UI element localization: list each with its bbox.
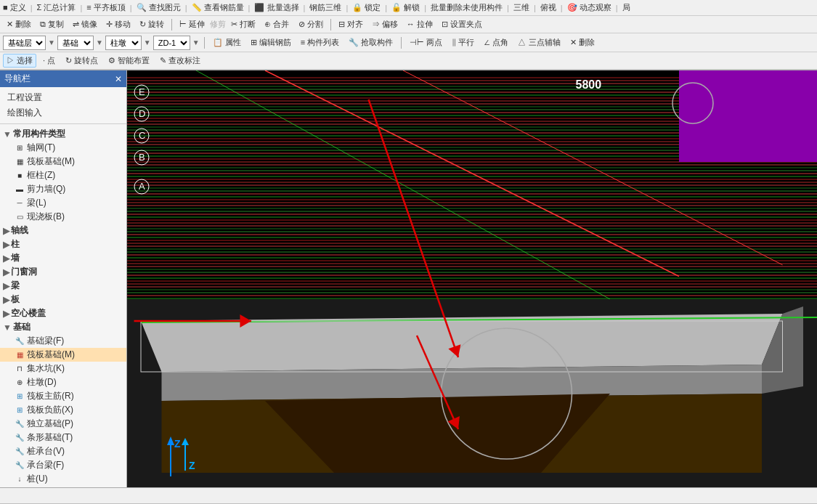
main-canvas[interactable] xyxy=(127,70,817,487)
menu-batch-select[interactable]: ⬛ 批量选择 xyxy=(254,2,298,13)
menu-top-view[interactable]: 俯视 xyxy=(540,2,556,13)
label-axis-section: 轴线 xyxy=(11,224,28,237)
btn-rotate-point[interactable]: ↻ 旋转点 xyxy=(62,54,102,68)
btn-parallel[interactable]: ∥ 平行 xyxy=(448,36,478,49)
btn-join[interactable]: ⊕ 合并 xyxy=(261,17,293,31)
tree-label-beam: 梁(L) xyxy=(27,197,46,209)
btn-set-grip[interactable]: ⊡ 设置夹点 xyxy=(438,17,486,31)
tb-sep4: | xyxy=(185,4,187,12)
tree-section-axis[interactable]: ▶ 轴线 xyxy=(0,224,126,237)
tb-sep3: | xyxy=(130,4,132,12)
btn-mirror[interactable]: ⇌ 镜像 xyxy=(69,17,101,31)
beam-icon: ─ xyxy=(15,198,25,208)
btn-select[interactable]: ▷ 选择 xyxy=(3,54,36,68)
tree-section-board[interactable]: ▶ 板 xyxy=(0,293,126,306)
sidebar-title: 导航栏 xyxy=(4,73,31,85)
tree-item-pile[interactable]: ↓ 桩(U) xyxy=(0,472,126,486)
tree-item-strip-foundation[interactable]: 🔧 条形基础(T) xyxy=(0,431,126,444)
btn-offset[interactable]: ⇒ 偏移 xyxy=(368,17,402,31)
btn-delete[interactable]: ✕ 删除 xyxy=(3,17,35,31)
svg-marker-1 xyxy=(182,438,189,445)
tree-item-cap-beam[interactable]: 🔧 承台梁(F) xyxy=(0,458,126,472)
tree-section-wall[interactable]: ▶ 墙 xyxy=(0,251,126,265)
column-select[interactable]: 柱墩 xyxy=(105,36,142,50)
tree-item-foundation-beam[interactable]: 🔧 基础梁(F) xyxy=(0,334,126,348)
tb-sep6: | xyxy=(304,4,306,12)
menu-local[interactable]: 局 xyxy=(622,2,630,13)
tree-section-foundation[interactable]: ▼ 基础 xyxy=(0,320,126,334)
tree-item-raft-main-rebar[interactable]: ⊞ 筏板主筋(R) xyxy=(0,389,126,403)
tree-section-hollow[interactable]: ▶ 空心楼盖 xyxy=(0,306,126,320)
tree-item-slab[interactable]: ▭ 现浇板(B) xyxy=(0,210,126,224)
btn-property[interactable]: 📋 属性 xyxy=(209,36,245,49)
btn-split[interactable]: ⊘ 分割 xyxy=(295,17,327,31)
tree-item-beam[interactable]: ─ 梁(L) xyxy=(0,196,126,210)
btn-component-list[interactable]: ≡ 构件列表 xyxy=(297,36,343,49)
tree-item-isolated-foundation[interactable]: 🔧 独立基础(P) xyxy=(0,417,126,431)
menu-3d[interactable]: 三维 xyxy=(513,2,529,13)
layer-select[interactable]: 基础层 xyxy=(3,36,46,50)
tree-item-sump[interactable]: ⊓ 集水坑(K) xyxy=(0,362,126,375)
btn-move[interactable]: ✛ 移动 xyxy=(102,17,134,31)
menu-unlock[interactable]: 🔓 解锁 xyxy=(391,2,420,13)
label-beam2-section: 梁 xyxy=(11,280,20,292)
menu-find[interactable]: 🔍 查找图元 xyxy=(137,2,181,13)
menu-align[interactable]: ≡ 平齐板顶 xyxy=(86,2,125,13)
tree-item-raft-neg-rebar[interactable]: ⊞ 筏板负筋(X) xyxy=(0,403,126,417)
label-sump: 集水坑(K) xyxy=(27,362,65,375)
label-raft-main-rebar: 筏板主筋(R) xyxy=(27,390,74,402)
tree-item-raft[interactable]: ▦ 筏板基础(M) xyxy=(0,155,126,168)
tree-item-shear-wall[interactable]: ▬ 剪力墙(Q) xyxy=(0,182,126,196)
btn-pick-component[interactable]: 🔧 抢取构件 xyxy=(345,36,397,49)
main-area: 导航栏 ✕ 工程设置 绘图输入 ▼ 常用构件类型 ⊞ 轴网(T) ▦ 筏板基础(… xyxy=(0,70,817,487)
btn-smart-layout[interactable]: ⚙ 智能布置 xyxy=(105,54,153,68)
tree-item-axis[interactable]: ⊞ 轴网(T) xyxy=(0,141,126,155)
btn-rotate[interactable]: ↻ 旋转 xyxy=(136,17,168,31)
menu-rebar3d[interactable]: 钢筋三维 xyxy=(309,2,341,13)
tree-item-raft-foundation[interactable]: ▦ 筏板基础(M) xyxy=(0,348,126,362)
btn-extend[interactable]: ⊢ 延伸 xyxy=(176,17,208,31)
btn-stretch[interactable]: ↔ 拉伸 xyxy=(403,17,436,31)
zone-select[interactable]: ZD-1 xyxy=(153,36,190,50)
menu-lock[interactable]: 🔒 锁定 xyxy=(352,2,381,13)
canvas-area[interactable]: Z xyxy=(127,70,817,487)
menu-calc[interactable]: Σ 汇总计算 xyxy=(37,2,76,13)
btn-delete-axis[interactable]: ✕ 删除 xyxy=(566,36,598,49)
tree-section-common[interactable]: ▼ 常用构件类型 xyxy=(0,127,126,141)
btn-point-angle[interactable]: ∠ 点角 xyxy=(480,36,512,49)
raft-foundation-icon: ▦ xyxy=(15,350,25,360)
sep3 xyxy=(204,37,205,49)
tree-section-beam2[interactable]: ▶ 梁 xyxy=(0,279,126,293)
label-foundation-beam: 基础梁(F) xyxy=(27,335,64,347)
arrow-beam2: ▶ xyxy=(3,281,9,291)
label-door-section: 门窗洞 xyxy=(11,266,37,278)
sep2 xyxy=(330,19,331,31)
btn-check-annotation[interactable]: ✎ 查改标注 xyxy=(156,54,204,68)
menu-rebar[interactable]: 📏 查看钢筋量 xyxy=(192,2,244,13)
btn-edit-rebar[interactable]: ⊞ 编辑钢筋 xyxy=(247,36,295,49)
btn-three-point-axis[interactable]: △ 三点辅轴 xyxy=(514,36,564,49)
tree-label-slab: 现浇板(B) xyxy=(27,211,65,223)
tree-item-pier[interactable]: ⊕ 柱墩(D) xyxy=(0,375,126,389)
tree-item-foundation-band[interactable]: ⊞ 基础板带(W) xyxy=(0,486,126,487)
menu-batch-delete[interactable]: 批量删除未使用构件 xyxy=(431,2,503,13)
label-isolated-foundation: 独立基础(P) xyxy=(27,418,73,430)
tree-label-axis: 轴网(T) xyxy=(27,142,55,154)
label-raft-neg-rebar: 筏板负筋(X) xyxy=(27,404,73,416)
menu-dynamic[interactable]: 🎯 动态观察 xyxy=(567,2,611,13)
sublayer-select[interactable]: 基础 xyxy=(57,36,94,50)
tree-item-column[interactable]: ■ 框柱(Z) xyxy=(0,168,126,182)
arrow-wall: ▶ xyxy=(3,253,9,264)
btn-break[interactable]: ✂ 打断 xyxy=(227,17,259,31)
sidebar-close[interactable]: ✕ xyxy=(115,74,122,84)
tree-item-pile-cap[interactable]: 🔧 桩承台(V) xyxy=(0,444,126,458)
btn-point-mode[interactable]: · 点 xyxy=(39,54,59,68)
menu-define[interactable]: ■ 定义 xyxy=(3,2,26,13)
tree-section-col[interactable]: ▶ 柱 xyxy=(0,237,126,251)
btn-copy[interactable]: ⧉ 复制 xyxy=(36,17,68,31)
tool-project-settings[interactable]: 工程设置 xyxy=(3,90,123,105)
btn-two-point[interactable]: ⊣⊢ 两点 xyxy=(406,36,446,49)
btn-align[interactable]: ⊟ 对齐 xyxy=(335,17,367,31)
tree-section-door[interactable]: ▶ 门窗洞 xyxy=(0,265,126,279)
tool-drawing-input[interactable]: 绘图输入 xyxy=(3,105,123,121)
